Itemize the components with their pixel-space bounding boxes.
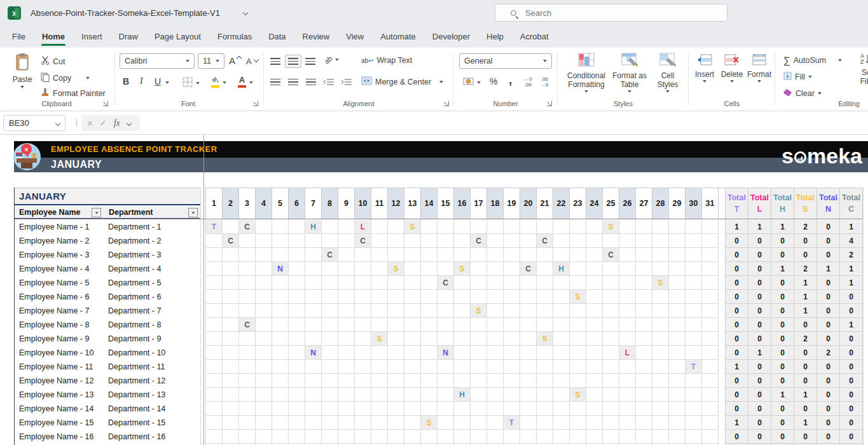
day-header-cell[interactable]: 7	[305, 188, 322, 219]
day-cell[interactable]	[504, 234, 520, 248]
day-cell[interactable]	[223, 318, 239, 332]
total-value-cell[interactable]: 0	[748, 374, 771, 388]
total-value-cell[interactable]: 0	[748, 360, 771, 374]
day-cell[interactable]	[272, 220, 289, 234]
department-cell[interactable]: Department - 12	[104, 374, 200, 388]
day-cell[interactable]	[404, 374, 421, 388]
day-cell[interactable]	[603, 290, 619, 304]
day-cell[interactable]	[619, 304, 636, 318]
day-cell[interactable]	[553, 332, 570, 346]
align-top-icon[interactable]	[270, 58, 280, 65]
total-value-cell[interactable]: 0	[794, 234, 817, 248]
day-cell[interactable]	[636, 290, 652, 304]
absence-mark-cell[interactable]: C	[239, 220, 256, 234]
day-cell[interactable]	[388, 234, 404, 248]
day-cell[interactable]	[305, 276, 322, 290]
day-header-cell[interactable]: 8	[322, 188, 338, 219]
day-cell[interactable]	[685, 234, 702, 248]
day-cell[interactable]	[603, 430, 619, 444]
day-cell[interactable]	[471, 388, 487, 402]
total-value-cell[interactable]: 0	[817, 290, 840, 304]
tab-formulas[interactable]: Formulas	[209, 25, 260, 48]
total-value-cell[interactable]: 0	[794, 402, 817, 416]
day-cell[interactable]	[239, 430, 256, 444]
day-cell[interactable]	[338, 304, 355, 318]
total-value-cell[interactable]: 0	[817, 402, 840, 416]
department-cell[interactable]: Department - 5	[104, 276, 200, 290]
total-value-cell[interactable]: 0	[726, 388, 748, 402]
day-cell[interactable]	[388, 304, 404, 318]
day-cell[interactable]	[404, 416, 421, 430]
employee-name-cell[interactable]: Employee Name - 8	[15, 318, 104, 332]
day-cell[interactable]	[404, 234, 421, 248]
day-cell[interactable]	[487, 430, 504, 444]
day-cell[interactable]	[206, 234, 223, 248]
day-cell[interactable]	[570, 234, 586, 248]
total-value-cell[interactable]: 1	[726, 360, 748, 374]
day-cell[interactable]	[669, 374, 685, 388]
day-cell[interactable]	[239, 304, 256, 318]
day-cell[interactable]	[553, 402, 570, 416]
enter-icon[interactable]: ✓	[100, 118, 107, 128]
day-cell[interactable]	[371, 318, 388, 332]
absence-mark-cell[interactable]: N	[272, 262, 289, 276]
day-cell[interactable]	[570, 402, 586, 416]
total-value-cell[interactable]: 0	[726, 290, 748, 304]
day-cell[interactable]	[355, 276, 371, 290]
tab-view[interactable]: View	[338, 25, 372, 48]
day-cell[interactable]	[272, 276, 289, 290]
day-cell[interactable]	[504, 276, 520, 290]
total-value-cell[interactable]: 0	[726, 318, 748, 332]
day-cell[interactable]	[636, 276, 652, 290]
absence-mark-cell[interactable]: C	[537, 234, 553, 248]
total-value-cell[interactable]: 0	[726, 262, 748, 276]
day-cell[interactable]	[702, 346, 719, 360]
day-cell[interactable]	[586, 402, 603, 416]
day-cell[interactable]	[454, 430, 471, 444]
day-cell[interactable]	[553, 416, 570, 430]
day-cell[interactable]	[305, 374, 322, 388]
day-cell[interactable]	[239, 234, 256, 248]
day-cell[interactable]	[322, 262, 338, 276]
day-cell[interactable]	[652, 234, 669, 248]
day-header-cell[interactable]: 30	[685, 188, 702, 219]
day-cell[interactable]	[685, 220, 702, 234]
employee-name-cell[interactable]: Employee Name - 6	[15, 290, 104, 304]
day-cell[interactable]	[404, 332, 421, 346]
absence-mark-cell[interactable]: L	[619, 346, 636, 360]
total-value-cell[interactable]: 0	[817, 430, 840, 444]
total-value-cell[interactable]: 0	[771, 276, 794, 290]
total-value-cell[interactable]: 0	[726, 248, 748, 262]
day-header-cell[interactable]: 29	[669, 188, 685, 219]
department-cell[interactable]: Department - 16	[104, 430, 200, 444]
total-value-cell[interactable]: 0	[726, 276, 748, 290]
tab-developer[interactable]: Developer	[424, 25, 478, 48]
day-cell[interactable]	[355, 374, 371, 388]
day-cell[interactable]	[338, 374, 355, 388]
day-cell[interactable]	[272, 318, 289, 332]
day-cell[interactable]	[305, 234, 322, 248]
day-cell[interactable]	[371, 402, 388, 416]
day-cell[interactable]	[388, 430, 404, 444]
day-cell[interactable]	[322, 332, 338, 346]
day-cell[interactable]	[603, 318, 619, 332]
total-value-cell[interactable]: 0	[840, 416, 863, 430]
day-cell[interactable]	[289, 402, 305, 416]
day-cell[interactable]	[454, 234, 471, 248]
total-value-cell[interactable]: 0	[817, 388, 840, 402]
absence-mark-cell[interactable]: S	[421, 416, 437, 430]
day-cell[interactable]	[454, 374, 471, 388]
total-value-cell[interactable]: 0	[771, 290, 794, 304]
absence-mark-cell[interactable]: H	[553, 262, 570, 276]
day-header-cell[interactable]: 18	[487, 188, 504, 219]
day-cell[interactable]	[421, 360, 437, 374]
total-value-cell[interactable]: 0	[817, 248, 840, 262]
day-cell[interactable]	[619, 220, 636, 234]
day-cell[interactable]	[537, 360, 553, 374]
day-header-cell[interactable]: 15	[437, 188, 454, 219]
day-cell[interactable]	[504, 332, 520, 346]
total-value-cell[interactable]: 0	[726, 374, 748, 388]
day-cell[interactable]	[487, 290, 504, 304]
day-cell[interactable]	[256, 290, 272, 304]
day-cell[interactable]	[206, 346, 223, 360]
